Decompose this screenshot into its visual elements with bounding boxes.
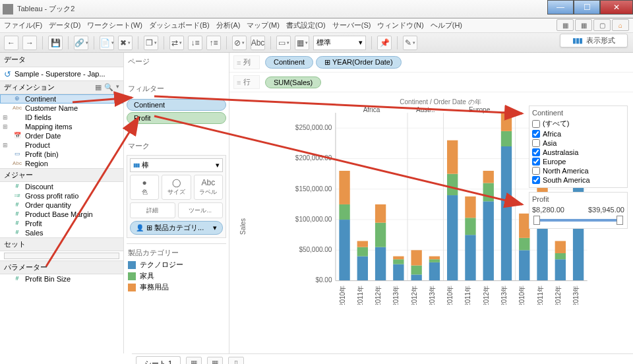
mark-icon-色[interactable]: ●色 [130,175,159,200]
legend-item[interactable]: 家具 [127,270,226,282]
menu-server[interactable]: サーバー(S) [332,20,371,30]
menu-dashboard[interactable]: ダッシュボード(B) [149,20,210,30]
highlight-button[interactable]: ✎ [403,36,417,50]
filters-shelf-label: フィルター [127,82,226,95]
sort-asc-button[interactable]: ↓≡ [188,36,202,50]
label-button[interactable]: Abc [251,36,265,50]
measures-header: メジャー [0,168,123,182]
mode-btn-1[interactable]: ▦ [557,19,574,31]
menu-data[interactable]: データ(D) [49,20,80,30]
svg-rect-53 [519,238,529,251]
field-discount[interactable]: Discount [0,182,123,191]
svg-text:Africa: Africa [363,107,380,113]
svg-text:2013年: 2013年 [429,286,436,305]
data-source[interactable]: Sample - Superstore - Jap... [0,67,123,80]
mark-icon-サイズ[interactable]: ◯サイズ [162,175,191,200]
field-order-date[interactable]: Order Date [0,131,123,140]
marks-pill-category[interactable]: ⊞ 製品カテゴリ...▾ [130,221,223,235]
svg-rect-49 [501,131,512,146]
svg-rect-12 [339,220,349,281]
dup-button[interactable]: ❐ [144,36,158,50]
cards-button[interactable]: ▦ [295,36,309,50]
field-order-quantity[interactable]: Order quantity [0,200,123,210]
shelf-pill[interactable]: Continent [265,56,313,69]
window-minimize-button[interactable]: — [547,0,574,15]
filter-check-North America[interactable]: North America [532,166,624,175]
field-profit-bin-size[interactable]: Profit Bin Size [0,274,123,284]
mark-type-select[interactable]: 棒▾ [130,158,223,172]
field-customer-name[interactable]: Customer Name [0,104,123,113]
save-button[interactable]: 💾 [48,36,63,50]
sheet-tab-1[interactable]: シート 1 [136,356,181,365]
fit-select[interactable]: 標準▾ [313,36,366,50]
presentation-button[interactable]: ▭ [276,36,291,50]
field-profit-bin-[interactable]: Profit (bin) [0,150,123,159]
field-mapping-items[interactable]: ⊞Mapping items [0,122,123,131]
redo-button[interactable]: → [22,36,37,50]
swap-button[interactable]: ⇄ [169,36,184,50]
field-product-base-margin[interactable]: Product Base Margin [0,210,123,219]
show-me-button[interactable]: 表示形式 [560,34,628,47]
shelf-pill[interactable]: SUM(Sales) [265,76,321,88]
svg-rect-48 [501,146,512,281]
window-maximize-button[interactable]: ☐ [574,0,600,15]
filter-pill-profit[interactable]: Profit [127,112,226,124]
mark-icon-詳細[interactable]: 詳細 [130,202,175,218]
new-story-button[interactable]: ▯ [228,357,244,365]
new-dashboard-button[interactable]: ▦ [207,357,223,365]
field-sales[interactable]: Sales [0,228,123,237]
field-gross-profit-ratio[interactable]: Gross profit ratio [0,191,123,200]
menu-map[interactable]: マップ(M) [247,20,280,30]
mode-btn-home[interactable]: ⌂ [612,19,629,31]
svg-rect-20 [375,247,386,281]
field-product[interactable]: ⊞Product [0,140,123,150]
undo-button[interactable]: ← [4,36,18,50]
field-id-fields[interactable]: ⊞ID fields [0,113,123,122]
svg-rect-62 [555,241,566,253]
menu-help[interactable]: ヘルプ(H) [431,20,462,30]
filter-check-Australasia[interactable]: Australasia [532,148,624,157]
filter-check-Asia[interactable]: Asia [532,138,624,148]
svg-rect-32 [429,262,440,281]
mode-btn-3[interactable]: ▢ [593,19,611,31]
mark-icon-ツール...[interactable]: ツール... [178,202,224,218]
mode-btn-2[interactable]: ▦ [575,19,592,31]
view-icon[interactable]: ▦ [95,83,102,92]
pin-button[interactable]: 📌 [377,36,392,50]
legend-item[interactable]: 事務用品 [127,282,226,293]
svg-text:2011年: 2011年 [357,286,364,305]
new-sheet-button[interactable]: ▦ [186,357,202,365]
menu-analysis[interactable]: 分析(A) [216,20,241,30]
filter-check-Europe[interactable]: Europe [532,157,624,166]
menu-format[interactable]: 書式設定(O) [286,20,326,30]
group-button[interactable]: ⊘ [232,36,247,50]
window-close-button[interactable]: ✕ [600,0,633,15]
filter-check-Africa[interactable]: Africa [532,129,624,138]
field-profit[interactable]: Profit [0,219,123,228]
svg-text:$150,000.00: $150,000.00 [295,185,332,193]
menu-window[interactable]: ウィンドウ(N) [377,20,423,30]
menu-worksheet[interactable]: ワークシート(W) [87,20,142,30]
connect-button[interactable]: 🔗 [74,36,88,50]
clear-button[interactable]: ✖ [118,36,133,50]
profit-filter-card: Profit $8,280.00 $39,945.00 [529,192,628,229]
filter-check-South America[interactable]: South America [532,175,624,185]
datasource-icon [3,69,12,78]
shelf-pill[interactable]: ⊞ YEAR(Order Date) [316,56,402,69]
svg-text:2013年: 2013年 [392,286,400,305]
svg-text:2011年: 2011年 [464,286,471,305]
marks-card-label: マーク [127,140,226,152]
filter-check-(すべて)[interactable]: (すべて) [532,118,624,129]
search-icon[interactable]: 🔍 [104,83,113,92]
svg-rect-42 [465,197,475,218]
sort-desc-button[interactable]: ↑≡ [206,36,221,50]
menu-file[interactable]: ファイル(F) [4,20,42,30]
field-continent[interactable]: Continent [0,94,123,104]
svg-text:$250,000.00: $250,000.00 [295,124,332,131]
filter-pill-continent[interactable]: Continent [127,99,226,111]
new-ws-button[interactable]: 📄 [100,36,114,50]
mark-icon-ラベル[interactable]: Abcラベル [194,175,223,200]
profit-slider[interactable] [535,219,622,222]
legend-item[interactable]: テクノロジー [127,259,226,270]
field-region[interactable]: Region [0,159,123,168]
